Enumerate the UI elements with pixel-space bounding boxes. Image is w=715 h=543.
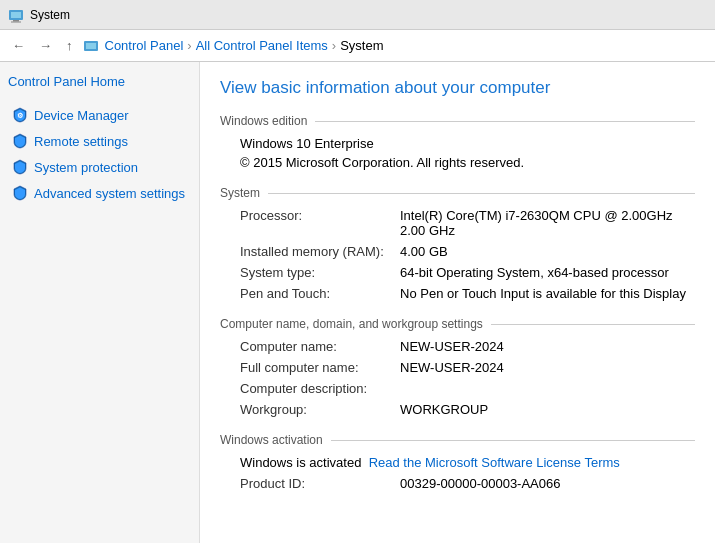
breadcrumb-all-items[interactable]: All Control Panel Items bbox=[196, 38, 328, 53]
breadcrumb-control-panel[interactable]: Control Panel bbox=[105, 38, 184, 53]
section-windows-edition: Windows edition Windows 10 Enterprise © … bbox=[220, 114, 695, 170]
main-container: Control Panel Home ⚙ Device Manager Remo… bbox=[0, 62, 715, 543]
section-header-computer: Computer name, domain, and workgroup set… bbox=[220, 317, 695, 331]
edition-copyright: © 2015 Microsoft Corporation. All rights… bbox=[240, 155, 695, 170]
edition-name: Windows 10 Enterprise bbox=[240, 136, 695, 151]
sidebar-label-advanced: Advanced system settings bbox=[34, 186, 185, 201]
processor-row: Processor: Intel(R) Core(TM) i7-2630QM C… bbox=[240, 208, 695, 238]
breadcrumb-system: System bbox=[340, 38, 383, 53]
shield-icon-advanced bbox=[12, 185, 28, 201]
title-bar-text: System bbox=[30, 8, 70, 22]
shield-icon-device: ⚙ bbox=[12, 107, 28, 123]
section-header-edition: Windows edition bbox=[220, 114, 695, 128]
breadcrumb: Control Panel › All Control Panel Items … bbox=[105, 38, 384, 53]
title-bar: System bbox=[0, 0, 715, 30]
computer-name-value: NEW-USER-2024 bbox=[400, 339, 504, 354]
forward-button[interactable]: → bbox=[35, 36, 56, 55]
workgroup-value: WORKGROUP bbox=[400, 402, 488, 417]
sidebar-item-device-manager[interactable]: ⚙ Device Manager bbox=[8, 103, 191, 127]
workgroup-row: Workgroup: WORKGROUP bbox=[240, 402, 695, 417]
section-computer: Computer name, domain, and workgroup set… bbox=[220, 317, 695, 417]
back-button[interactable]: ← bbox=[8, 36, 29, 55]
sidebar-label-remote: Remote settings bbox=[34, 134, 128, 149]
system-type-label: System type: bbox=[240, 265, 400, 280]
svg-rect-1 bbox=[11, 12, 21, 18]
sidebar: Control Panel Home ⚙ Device Manager Remo… bbox=[0, 62, 200, 543]
description-label: Computer description: bbox=[240, 381, 400, 396]
section-activation: Windows activation Windows is activated … bbox=[220, 433, 695, 491]
processor-value: Intel(R) Core(TM) i7-2630QM CPU @ 2.00GH… bbox=[400, 208, 695, 238]
system-body: Processor: Intel(R) Core(TM) i7-2630QM C… bbox=[220, 208, 695, 301]
activation-status: Windows is activated bbox=[240, 455, 361, 470]
computer-name-label: Computer name: bbox=[240, 339, 400, 354]
pen-value: No Pen or Touch Input is available for t… bbox=[400, 286, 686, 301]
svg-rect-5 bbox=[86, 43, 96, 49]
system-icon bbox=[8, 7, 24, 23]
system-type-value: 64-bit Operating System, x64-based proce… bbox=[400, 265, 669, 280]
svg-rect-2 bbox=[13, 20, 19, 22]
svg-rect-3 bbox=[11, 21, 21, 22]
system-type-row: System type: 64-bit Operating System, x6… bbox=[240, 265, 695, 280]
content-area: View basic information about your comput… bbox=[200, 62, 715, 543]
shield-icon-protection bbox=[12, 159, 28, 175]
pen-label: Pen and Touch: bbox=[240, 286, 400, 301]
workgroup-label: Workgroup: bbox=[240, 402, 400, 417]
section-system: System Processor: Intel(R) Core(TM) i7-2… bbox=[220, 186, 695, 301]
location-icon bbox=[83, 38, 99, 54]
ram-row: Installed memory (RAM): 4.00 GB bbox=[240, 244, 695, 259]
page-title: View basic information about your comput… bbox=[220, 78, 695, 98]
section-header-activation: Windows activation bbox=[220, 433, 695, 447]
address-bar: ← → ↑ Control Panel › All Control Panel … bbox=[0, 30, 715, 62]
full-name-value: NEW-USER-2024 bbox=[400, 360, 504, 375]
description-row: Computer description: bbox=[240, 381, 695, 396]
sidebar-item-system-protection[interactable]: System protection bbox=[8, 155, 191, 179]
ram-label: Installed memory (RAM): bbox=[240, 244, 400, 259]
up-button[interactable]: ↑ bbox=[62, 36, 77, 55]
ram-value: 4.00 GB bbox=[400, 244, 448, 259]
shield-icon-remote bbox=[12, 133, 28, 149]
activation-body: Windows is activated Read the Microsoft … bbox=[220, 455, 695, 491]
full-name-row: Full computer name: NEW-USER-2024 bbox=[240, 360, 695, 375]
sidebar-item-remote-settings[interactable]: Remote settings bbox=[8, 129, 191, 153]
sidebar-home-link[interactable]: Control Panel Home bbox=[8, 74, 191, 89]
full-name-label: Full computer name: bbox=[240, 360, 400, 375]
license-terms-link[interactable]: Read the Microsoft Software License Term… bbox=[369, 455, 620, 470]
activation-status-row: Windows is activated Read the Microsoft … bbox=[240, 455, 695, 470]
product-id-value: 00329-00000-00003-AA066 bbox=[400, 476, 560, 491]
product-id-label: Product ID: bbox=[240, 476, 400, 491]
sidebar-label-protection: System protection bbox=[34, 160, 138, 175]
edition-body: Windows 10 Enterprise © 2015 Microsoft C… bbox=[220, 136, 695, 170]
computer-body: Computer name: NEW-USER-2024 Full comput… bbox=[220, 339, 695, 417]
sidebar-item-advanced-settings[interactable]: Advanced system settings bbox=[8, 181, 191, 205]
computer-name-row: Computer name: NEW-USER-2024 bbox=[240, 339, 695, 354]
section-header-system: System bbox=[220, 186, 695, 200]
product-id-row: Product ID: 00329-00000-00003-AA066 bbox=[240, 476, 695, 491]
processor-label: Processor: bbox=[240, 208, 400, 223]
pen-touch-row: Pen and Touch: No Pen or Touch Input is … bbox=[240, 286, 695, 301]
sidebar-label-device-manager: Device Manager bbox=[34, 108, 129, 123]
svg-text:⚙: ⚙ bbox=[17, 112, 23, 119]
